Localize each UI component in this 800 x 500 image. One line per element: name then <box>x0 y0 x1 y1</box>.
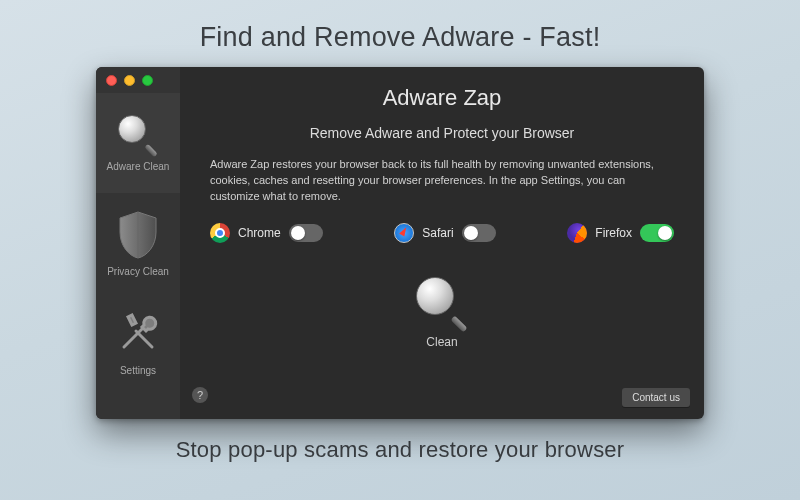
maximize-icon[interactable] <box>142 75 153 86</box>
app-title: Adware Zap <box>383 85 502 111</box>
browser-safari: Safari <box>394 223 495 243</box>
clean-button-label: Clean <box>426 335 457 349</box>
browser-toggle-row: Chrome Safari Firefox <box>202 223 682 243</box>
tools-icon <box>116 311 160 359</box>
main-content: Adware Zap Remove Adware and Protect you… <box>180 67 704 419</box>
firefox-icon <box>567 223 587 243</box>
magnifier-icon <box>118 115 158 155</box>
shield-icon <box>116 210 160 260</box>
contact-us-button[interactable]: Contact us <box>622 388 690 407</box>
browser-chrome: Chrome <box>210 223 323 243</box>
safari-icon <box>394 223 414 243</box>
sidebar-item-adware-clean[interactable]: Adware Clean <box>96 93 180 193</box>
sidebar: Adware Clean Privacy Clean Settings <box>96 67 180 419</box>
sidebar-item-settings[interactable]: Settings <box>96 293 180 393</box>
browser-firefox: Firefox <box>567 223 674 243</box>
sidebar-item-label: Adware Clean <box>107 161 170 172</box>
browser-label: Firefox <box>595 226 632 240</box>
browser-label: Chrome <box>238 226 281 240</box>
page-subtitle: Remove Adware and Protect your Browser <box>310 125 575 141</box>
window-controls <box>106 75 153 86</box>
chrome-toggle[interactable] <box>289 224 323 242</box>
sidebar-item-label: Privacy Clean <box>107 266 169 277</box>
help-button[interactable]: ? <box>192 387 208 403</box>
magnifier-icon <box>416 277 468 329</box>
promo-headline: Find and Remove Adware - Fast! <box>200 22 601 53</box>
sidebar-item-label: Settings <box>120 365 156 376</box>
browser-label: Safari <box>422 226 453 240</box>
app-window: Adware Clean Privacy Clean Settings Adwa… <box>96 67 704 419</box>
clean-action[interactable]: Clean <box>416 277 468 349</box>
close-icon[interactable] <box>106 75 117 86</box>
description-text: Adware Zap restores your browser back to… <box>202 157 682 205</box>
sidebar-item-privacy-clean[interactable]: Privacy Clean <box>96 193 180 293</box>
chrome-icon <box>210 223 230 243</box>
firefox-toggle[interactable] <box>640 224 674 242</box>
promo-tagline: Stop pop-up scams and restore your brows… <box>176 437 625 463</box>
safari-toggle[interactable] <box>462 224 496 242</box>
minimize-icon[interactable] <box>124 75 135 86</box>
